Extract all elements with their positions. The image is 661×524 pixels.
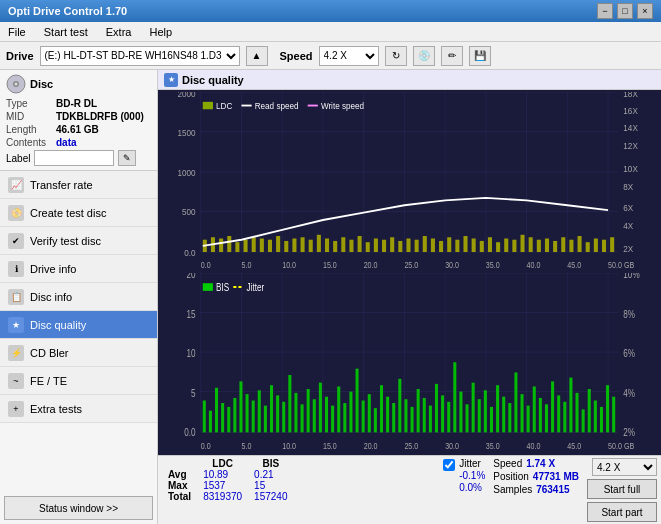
refresh-button[interactable]: ↻ bbox=[385, 46, 407, 66]
disc-icon bbox=[6, 74, 26, 94]
max-ldc: 1537 bbox=[197, 480, 248, 491]
buttons-section: 4.2 X Start full Start part bbox=[587, 458, 657, 522]
menubar: File Start test Extra Help bbox=[0, 22, 661, 42]
svg-rect-38 bbox=[349, 240, 353, 252]
fe-te-icon: ~ bbox=[8, 373, 24, 389]
svg-text:50.0 GB: 50.0 GB bbox=[608, 260, 634, 270]
svg-rect-137 bbox=[313, 399, 316, 432]
bottom-chart: 20 15 10 5 0.0 10% 8% 6% 4% 2% 0.0 5.0 1… bbox=[160, 273, 659, 452]
svg-rect-27 bbox=[260, 238, 264, 252]
drive-eject-button[interactable]: ▲ bbox=[246, 46, 268, 66]
avg-label: Avg bbox=[162, 469, 197, 480]
nav-fe-te[interactable]: ~ FE / TE bbox=[0, 367, 157, 395]
svg-text:40.0: 40.0 bbox=[527, 441, 541, 451]
maximize-button[interactable]: □ bbox=[617, 3, 633, 19]
svg-rect-123 bbox=[227, 406, 230, 432]
nav-drive-info-label: Drive info bbox=[30, 263, 76, 275]
label-edit-button[interactable]: ✎ bbox=[118, 150, 136, 166]
nav-disc-info[interactable]: 📋 Disc info bbox=[0, 283, 157, 311]
speed-select[interactable]: 4.2 X bbox=[319, 46, 379, 66]
svg-rect-129 bbox=[264, 405, 267, 432]
svg-rect-33 bbox=[309, 240, 313, 252]
total-ldc: 8319370 bbox=[197, 491, 248, 502]
nav-cd-bler[interactable]: ⚡ CD Bler bbox=[0, 339, 157, 367]
verify-test-disc-icon: ✔ bbox=[8, 233, 24, 249]
nav-create-test-disc[interactable]: 📀 Create test disc bbox=[0, 199, 157, 227]
speed-stat-value: 1.74 X bbox=[526, 458, 555, 469]
svg-text:Write speed: Write speed bbox=[321, 101, 364, 112]
type-label: Type bbox=[6, 98, 56, 109]
avg-ldc: 10.89 bbox=[197, 469, 248, 480]
total-bis: 157240 bbox=[248, 491, 293, 502]
jitter-avg: -0.1% bbox=[459, 470, 485, 481]
top-chart-svg: 2000 1500 1000 500 0.0 18X 16X 14X 12X 1… bbox=[160, 92, 659, 271]
svg-rect-156 bbox=[429, 405, 432, 432]
menu-start-test[interactable]: Start test bbox=[40, 24, 92, 40]
svg-text:0.0: 0.0 bbox=[184, 247, 195, 258]
type-value: BD-R DL bbox=[56, 98, 97, 109]
svg-rect-162 bbox=[466, 404, 469, 432]
disc-section: Disc Type BD-R DL MID TDKBLDRFB (000) Le… bbox=[0, 70, 157, 171]
menu-extra[interactable]: Extra bbox=[102, 24, 136, 40]
svg-text:25.0: 25.0 bbox=[404, 441, 418, 451]
nav-verify-test-disc[interactable]: ✔ Verify test disc bbox=[0, 227, 157, 255]
close-button[interactable]: × bbox=[637, 3, 653, 19]
svg-rect-159 bbox=[447, 401, 450, 432]
disc-type-row: Type BD-R DL bbox=[6, 98, 151, 109]
svg-rect-131 bbox=[276, 395, 279, 432]
svg-rect-167 bbox=[496, 385, 499, 432]
svg-rect-63 bbox=[553, 241, 557, 252]
label-input[interactable] bbox=[34, 150, 114, 166]
svg-text:6X: 6X bbox=[623, 203, 633, 214]
samples-label: Samples bbox=[493, 484, 532, 495]
nav-transfer-rate[interactable]: 📈 Transfer rate bbox=[0, 171, 157, 199]
svg-rect-47 bbox=[423, 236, 427, 252]
speed-row: Speed 1.74 X bbox=[493, 458, 579, 469]
svg-rect-65 bbox=[569, 240, 573, 252]
mid-value: TDKBLDRFB (000) bbox=[56, 111, 144, 122]
svg-rect-55 bbox=[488, 237, 492, 252]
svg-rect-140 bbox=[331, 405, 334, 432]
write-button[interactable]: ✏ bbox=[441, 46, 463, 66]
nav-buttons: 📈 Transfer rate 📀 Create test disc ✔ Ver… bbox=[0, 171, 157, 492]
svg-text:14X: 14X bbox=[623, 123, 637, 134]
svg-text:0.0: 0.0 bbox=[201, 441, 211, 451]
disc-quality-header: ★ Disc quality bbox=[158, 70, 661, 90]
nav-drive-info[interactable]: ℹ Drive info bbox=[0, 255, 157, 283]
svg-rect-66 bbox=[578, 236, 582, 252]
svg-text:35.0: 35.0 bbox=[486, 441, 500, 451]
start-part-button[interactable]: Start part bbox=[587, 502, 657, 522]
svg-rect-57 bbox=[504, 238, 508, 252]
svg-rect-54 bbox=[480, 241, 484, 252]
svg-text:20.0: 20.0 bbox=[364, 441, 378, 451]
svg-text:2X: 2X bbox=[623, 243, 633, 254]
menu-file[interactable]: File bbox=[4, 24, 30, 40]
disc-button[interactable]: 💿 bbox=[413, 46, 435, 66]
nav-fe-te-label: FE / TE bbox=[30, 375, 67, 387]
start-full-button[interactable]: Start full bbox=[587, 479, 657, 499]
disc-label-row: Label ✎ bbox=[6, 150, 151, 166]
svg-rect-96 bbox=[203, 102, 213, 109]
svg-rect-141 bbox=[337, 386, 340, 432]
svg-rect-49 bbox=[439, 241, 443, 252]
nav-extra-tests[interactable]: + Extra tests bbox=[0, 395, 157, 423]
right-panel: ★ Disc quality bbox=[158, 70, 661, 524]
svg-rect-149 bbox=[386, 396, 389, 432]
svg-rect-51 bbox=[455, 240, 459, 252]
svg-text:50.0 GB: 50.0 GB bbox=[608, 441, 634, 451]
nav-disc-quality-label: Disc quality bbox=[30, 319, 86, 331]
status-window-button[interactable]: Status window >> bbox=[4, 496, 153, 520]
svg-rect-161 bbox=[459, 391, 462, 432]
svg-rect-142 bbox=[343, 403, 346, 432]
test-speed-select[interactable]: 4.2 X bbox=[592, 458, 657, 476]
minimize-button[interactable]: − bbox=[597, 3, 613, 19]
nav-disc-quality[interactable]: ★ Disc quality bbox=[0, 311, 157, 339]
svg-rect-128 bbox=[258, 390, 261, 432]
svg-rect-125 bbox=[239, 381, 242, 432]
svg-text:500: 500 bbox=[182, 206, 196, 217]
jitter-checkbox[interactable] bbox=[443, 459, 455, 471]
drive-select[interactable]: (E:) HL-DT-ST BD-RE WH16NS48 1.D3 bbox=[40, 46, 240, 66]
menu-help[interactable]: Help bbox=[145, 24, 176, 40]
svg-rect-26 bbox=[252, 237, 256, 252]
save-button[interactable]: 💾 bbox=[469, 46, 491, 66]
